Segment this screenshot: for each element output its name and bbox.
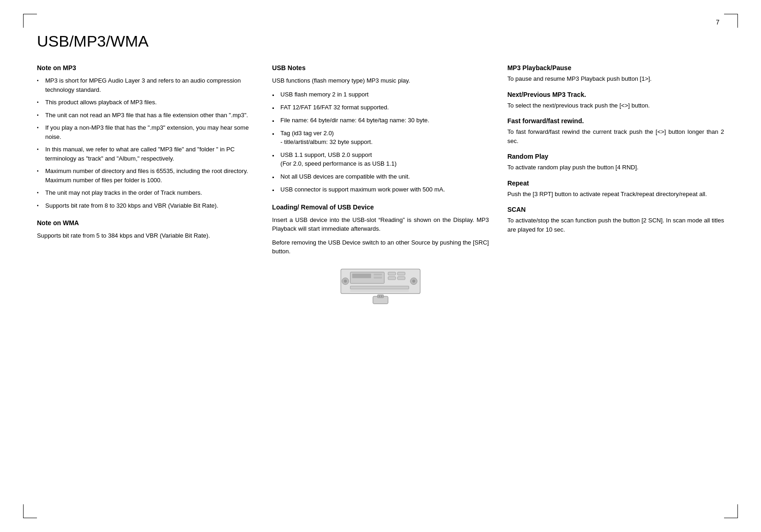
col1-bullet-item: •In this manual, we refer to what are ca… — [37, 145, 254, 163]
svg-rect-9 — [388, 272, 395, 275]
content-grid: Note on MP3 •MP3 is short for MPEG Audio… — [37, 64, 724, 307]
col3-section-text: To activate/stop the scan function push … — [507, 216, 724, 234]
col1-bullet-item: •This product allows playback of MP3 fil… — [37, 98, 254, 107]
svg-point-6 — [344, 280, 347, 283]
svg-rect-12 — [398, 276, 405, 280]
col3-section-heading: SCAN — [507, 206, 724, 213]
col2-bullet-item: USB flash memory 2 in 1 support — [272, 90, 489, 99]
col1-bullet-item: •Supports bit rate from 8 to 320 kbps an… — [37, 201, 254, 210]
svg-rect-3 — [374, 274, 382, 275]
stereo-image-container — [272, 265, 489, 307]
page: 7 USB/MP3/WMA Note on MP3 •MP3 is short … — [0, 0, 761, 532]
col3-section-5: SCANTo activate/stop the scan function p… — [507, 206, 724, 234]
corner-mark-br — [724, 504, 738, 518]
svg-rect-10 — [398, 272, 405, 275]
col3-section-text: To activate random play push the button … — [507, 163, 724, 172]
removal-text: Before removing the USB Device switch to… — [272, 238, 489, 256]
col3: MP3 Playback/PauseTo pause and resume MP… — [507, 64, 724, 307]
col1: Note on MP3 •MP3 is short for MPEG Audio… — [37, 64, 254, 307]
corner-mark-tr — [724, 14, 738, 28]
col2-bullet-item: File name: 64 byte/dir name: 64 byte/tag… — [272, 116, 489, 125]
corner-mark-bl — [23, 504, 37, 518]
bullet-icon: • — [37, 146, 43, 153]
bullet-icon — [272, 117, 278, 125]
col3-section-heading: Random Play — [507, 153, 724, 160]
note-wma-text: Supports bit rate from 5 to 384 kbps and… — [37, 231, 254, 240]
col2: USB Notes USB functions (flash memory ty… — [272, 64, 489, 307]
note-wma-heading: Note on WMA — [37, 219, 254, 227]
bullet-icon — [272, 130, 278, 138]
bullet-icon: • — [37, 77, 43, 84]
bullet-icon: • — [37, 112, 43, 119]
col2-bullet-item: FAT 12/FAT 16/FAT 32 format supported. — [272, 103, 489, 112]
svg-rect-4 — [374, 276, 382, 278]
bullet-icon: • — [37, 124, 43, 131]
bullet-icon: • — [37, 202, 43, 209]
bullet-icon — [272, 104, 278, 112]
svg-point-8 — [412, 280, 416, 283]
bullet-icon — [272, 173, 278, 181]
col1-bullet-item: •The unit may not play tracks in the ord… — [37, 188, 254, 197]
col3-section-heading: MP3 Playback/Pause — [507, 64, 724, 72]
col2-bullet-item: USB 1.1 support, USB 2.0 support(For 2.0… — [272, 150, 489, 168]
col3-section-2: Fast forward/fast rewind.To fast forward… — [507, 117, 724, 145]
bullet-icon — [272, 91, 278, 99]
bullet-icon — [272, 186, 278, 194]
svg-rect-11 — [388, 276, 395, 280]
col2-bullet-item: Tag (id3 tag ver 2.0) - title/artist/alb… — [272, 129, 489, 147]
loading-text: Insert a USB device into the USB-slot “R… — [272, 215, 489, 233]
col3-section-3: Random PlayTo activate random play push … — [507, 153, 724, 172]
stereo-image — [339, 265, 422, 307]
col2-bullets: USB flash memory 2 in 1 supportFAT 12/FA… — [272, 90, 489, 194]
bullet-icon — [272, 151, 278, 160]
col3-sections: MP3 Playback/PauseTo pause and resume MP… — [507, 64, 724, 234]
bullet-icon: • — [37, 167, 43, 174]
col3-section-0: MP3 Playback/PauseTo pause and resume MP… — [507, 64, 724, 84]
col3-section-heading: Fast forward/fast rewind. — [507, 117, 724, 125]
note-on-wma-section: Note on WMA Supports bit rate from 5 to … — [37, 219, 254, 240]
col3-section-text: To pause and resume MP3 Playback push bu… — [507, 74, 724, 84]
main-title: USB/MP3/WMA — [37, 32, 724, 50]
note-mp3-heading: Note on MP3 — [37, 64, 254, 72]
col1-bullet-item: •The unit can not read an MP3 file that … — [37, 111, 254, 120]
col3-section-text: To fast forward/fast rewind the current … — [507, 127, 724, 145]
svg-rect-16 — [377, 294, 383, 298]
page-number: 7 — [716, 18, 719, 26]
bullet-icon: • — [37, 189, 43, 196]
col1-bullet-item: •Maximum number of directory and files i… — [37, 167, 254, 185]
svg-rect-18 — [381, 295, 382, 297]
svg-rect-13 — [350, 286, 409, 289]
col1-bullets: •MP3 is short for MPEG Audio Layer 3 and… — [37, 76, 254, 210]
col3-section-text: To select the next/previous track push t… — [507, 101, 724, 110]
col3-section-4: RepeatPush the [3 RPT] button to activat… — [507, 179, 724, 199]
col3-section-heading: Repeat — [507, 179, 724, 187]
col1-bullet-item: •MP3 is short for MPEG Audio Layer 3 and… — [37, 76, 254, 94]
usb-notes-heading: USB Notes — [272, 64, 489, 72]
svg-rect-2 — [352, 274, 371, 278]
col3-section-1: Next/Previous MP3 Track.To select the ne… — [507, 91, 724, 110]
col2-bullet-item: Not all USB devices are compatible with … — [272, 172, 489, 181]
usb-intro: USB functions (flash memory type) MP3 mu… — [272, 76, 489, 85]
corner-mark-tl — [23, 14, 37, 28]
col3-section-heading: Next/Previous MP3 Track. — [507, 91, 724, 98]
svg-rect-17 — [379, 295, 380, 297]
col2-bullet-item: USB connector is support maximum work po… — [272, 185, 489, 194]
loading-heading: Loading/ Removal of USB Device — [272, 203, 489, 211]
bullet-icon: • — [37, 99, 43, 106]
col3-section-text: Push the [3 RPT] button to activate repe… — [507, 190, 724, 199]
col1-bullet-item: •If you play a non-MP3 file that has the… — [37, 123, 254, 141]
